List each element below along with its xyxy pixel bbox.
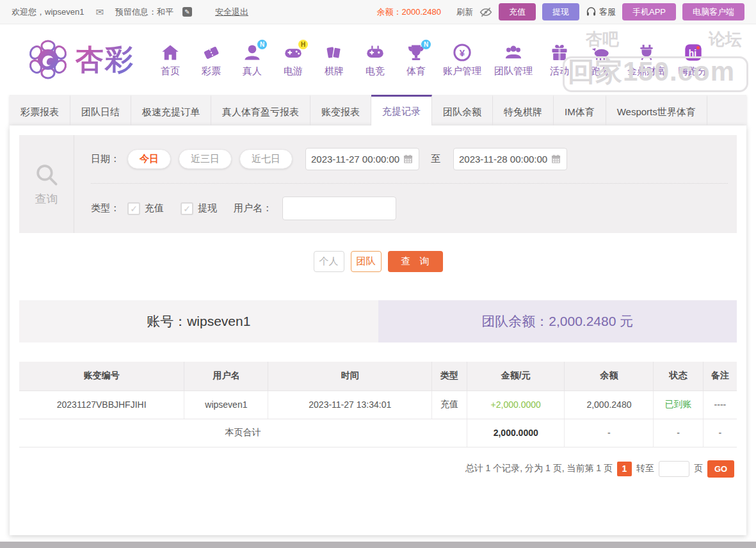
content-panel: 查询 日期： 今日 近三日 近七日 至 xyxy=(10,125,746,535)
customer-service-link[interactable]: 客服 xyxy=(586,6,616,18)
nav-item-esports[interactable]: 电竞 xyxy=(357,40,393,80)
date-to-field[interactable] xyxy=(453,148,567,170)
new-badge: N xyxy=(421,40,431,49)
tab-live-sports-pl[interactable]: 真人体育盈亏报表 xyxy=(211,95,310,125)
gift-icon xyxy=(549,42,570,63)
brand-logo[interactable]: 杏彩 xyxy=(27,38,134,81)
nav-item-paofen[interactable]: 跑分 xyxy=(583,40,618,80)
nav-item-haipaofen[interactable]: hi 嗨跑分 xyxy=(675,40,711,80)
pc-client-button[interactable]: 电脑客户端 xyxy=(682,3,744,20)
date-label: 日期： xyxy=(91,153,120,165)
svg-text:¥: ¥ xyxy=(460,47,465,58)
deposit-checkbox[interactable]: ✓ 充值 xyxy=(127,202,164,215)
username-input[interactable] xyxy=(282,197,396,220)
date-from-field[interactable] xyxy=(305,148,419,170)
col-time: 时间 xyxy=(268,362,432,391)
live-person-icon: N xyxy=(242,42,262,63)
calendar-icon[interactable] xyxy=(551,154,561,165)
refresh-link[interactable]: 刷新 xyxy=(456,6,473,18)
to-label: 至 xyxy=(431,153,440,165)
preset-today-button[interactable]: 今日 xyxy=(127,149,171,169)
nav-item-lottery[interactable]: 彩票 xyxy=(193,40,229,80)
tab-lottery-report[interactable]: 彩票报表 xyxy=(10,95,70,125)
message-icon[interactable]: ✉ xyxy=(95,6,104,18)
cell-remark: ---- xyxy=(703,391,737,419)
eye-slash-icon[interactable] xyxy=(479,6,492,19)
nav-item-home[interactable]: 首页 xyxy=(152,40,188,80)
nav-item-egames[interactable]: H 电游 xyxy=(275,40,311,80)
current-page-button[interactable]: 1 xyxy=(617,462,632,476)
go-button[interactable]: GO xyxy=(707,460,734,478)
goto-page-input[interactable] xyxy=(659,461,689,477)
nav-item-jinding[interactable]: 金鼎财富 xyxy=(623,40,670,80)
tab-im-sports[interactable]: IM体育 xyxy=(554,95,606,125)
col-remark: 备注 xyxy=(703,362,737,391)
records-table: 账变编号 用户名 时间 类型 金额/元 余额 状态 备注 20231127VBB… xyxy=(19,362,737,447)
username-label: 用户名： xyxy=(234,202,272,214)
nav-item-live[interactable]: N 真人 xyxy=(234,40,270,80)
gamepad-icon: H xyxy=(283,42,303,63)
page: 欢迎您，wipseven1 ✉ 预留信息：和平 ✎ 安全退出 余额：2000.2… xyxy=(0,0,756,548)
report-tabs: 彩票报表 团队日结 极速充提订单 真人体育盈亏报表 账变报表 充提记录 团队余额… xyxy=(10,95,746,125)
nav-item-team-mgmt[interactable]: 团队管理 xyxy=(490,40,536,80)
goto-label: 转至 xyxy=(636,463,654,474)
nav-item-activity[interactable]: 活动 xyxy=(542,40,577,80)
tab-wesports[interactable]: Wesports世界体育 xyxy=(606,95,707,125)
cards-icon xyxy=(324,42,344,63)
cell-type: 充值 xyxy=(432,391,467,419)
summary-row: 本页合计 2,000.0000 - - - xyxy=(19,419,737,447)
nav-item-boardgames[interactable]: 棋牌 xyxy=(316,40,352,80)
cell-time: 2023-11-27 13:34:01 xyxy=(268,391,432,419)
query-button[interactable]: 查 询 xyxy=(388,251,443,272)
tab-team-balance[interactable]: 团队余额 xyxy=(432,95,493,125)
col-balance: 余额 xyxy=(565,362,654,391)
pagination-summary: 总计 1 个记录, 分为 1 页, 当前第 1 页 xyxy=(465,463,613,474)
team-balance: 团队余额：2,000.2480 元 xyxy=(378,300,737,342)
hot-badge: H xyxy=(298,40,308,49)
welcome-text: 欢迎您，wipseven1 xyxy=(12,6,84,18)
new-badge: N xyxy=(257,40,267,49)
coin-icon: ¥ xyxy=(452,42,472,63)
summary-remark: - xyxy=(703,419,737,447)
team-button[interactable]: 团队 xyxy=(351,251,382,272)
search-sidebar: 查询 xyxy=(19,135,74,233)
reserved-info-text: 预留信息：和平 xyxy=(115,6,173,18)
col-username: 用户名 xyxy=(184,362,268,391)
calendar-icon[interactable] xyxy=(403,154,414,165)
action-buttons: 个人 团队 查 询 xyxy=(19,233,737,291)
date-to-input[interactable] xyxy=(459,154,549,165)
team-icon xyxy=(503,42,524,63)
site-header: 杏彩 首页 彩票 N 真人 H xyxy=(0,24,756,95)
page-unit-label: 页 xyxy=(694,463,703,474)
nav-item-sports[interactable]: N 体育 xyxy=(398,40,434,80)
tab-deposit-withdraw-records[interactable]: 充提记录 xyxy=(371,95,432,125)
pagination-bar: 总计 1 个记录, 分为 1 页, 当前第 1 页 1 转至 页 GO xyxy=(19,447,737,494)
search-icon xyxy=(34,162,60,188)
withdraw-button[interactable]: 提现 xyxy=(542,3,579,20)
table-row: 20231127VBBJHFJIHI wipseven1 2023-11-27 … xyxy=(19,391,737,419)
tab-account-changes[interactable]: 账变报表 xyxy=(310,95,371,125)
customer-service-label: 客服 xyxy=(599,6,616,18)
logout-link[interactable]: 安全退出 xyxy=(215,6,248,18)
preset-3days-button[interactable]: 近三日 xyxy=(179,149,232,169)
nav-item-account-mgmt[interactable]: ¥ 账户管理 xyxy=(439,40,485,80)
brand-name: 杏彩 xyxy=(76,41,134,79)
summary-label: 本页合计 xyxy=(19,419,467,447)
account-number: 账号：wipseven1 xyxy=(19,300,378,342)
tab-tetu-boardgames[interactable]: 特兔棋牌 xyxy=(493,95,554,125)
type-label: 类型： xyxy=(91,202,120,214)
mobile-app-button[interactable]: 手机APP xyxy=(622,3,676,20)
main-nav: 首页 彩票 N 真人 H 电游 xyxy=(152,40,711,80)
home-icon xyxy=(160,42,181,63)
personal-button[interactable]: 个人 xyxy=(314,251,344,272)
preset-7days-button[interactable]: 近七日 xyxy=(239,149,293,169)
date-from-input[interactable] xyxy=(311,154,401,165)
esports-icon xyxy=(365,42,385,63)
edit-icon[interactable]: ✎ xyxy=(182,7,192,17)
tab-fast-orders[interactable]: 极速充提订单 xyxy=(131,95,211,125)
withdraw-checkbox[interactable]: ✓ 提现 xyxy=(181,202,217,215)
headset-icon xyxy=(586,6,597,17)
deposit-button[interactable]: 充值 xyxy=(499,3,536,20)
tab-team-daily[interactable]: 团队日结 xyxy=(70,95,131,125)
trophy-icon: N xyxy=(406,42,426,63)
